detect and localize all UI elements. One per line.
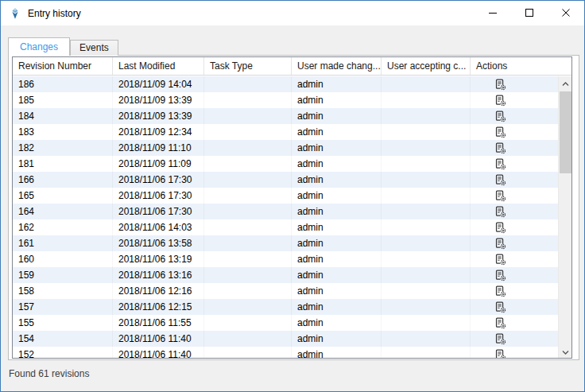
- cell-user-accepting-changes: [382, 76, 471, 92]
- cell-user-accepting-changes: [382, 267, 471, 283]
- revision-settings-icon[interactable]: [494, 316, 506, 329]
- column-header-task-type[interactable]: Task Type: [204, 57, 292, 75]
- table-row[interactable]: 159 2018/11/06 13:16 admin: [13, 267, 558, 283]
- revision-settings-icon[interactable]: [494, 253, 506, 266]
- maximize-button[interactable]: [511, 1, 548, 25]
- cell-actions: [471, 188, 558, 204]
- column-header-last-modified[interactable]: Last Modified: [113, 57, 204, 75]
- chevron-up-icon: [562, 78, 569, 89]
- revision-settings-icon[interactable]: [494, 110, 506, 122]
- cell-task-type: [204, 124, 292, 140]
- column-header-revision-number[interactable]: Revision Number: [13, 57, 113, 75]
- cell-user-made-changes: admin: [292, 331, 382, 347]
- table-row[interactable]: 164 2018/11/06 17:30 admin: [13, 204, 558, 219]
- table-row[interactable]: 165 2018/11/06 17:30 admin: [13, 188, 558, 204]
- revision-settings-icon[interactable]: [494, 157, 506, 170]
- cell-last-modified: 2018/11/06 13:16: [113, 267, 204, 283]
- cell-actions: [471, 235, 558, 251]
- cell-last-modified: 2018/11/06 11:55: [113, 315, 204, 331]
- revision-settings-icon[interactable]: [494, 189, 506, 202]
- cell-user-made-changes: admin: [292, 140, 382, 156]
- cell-user-accepting-changes: [382, 235, 471, 251]
- revision-settings-icon[interactable]: [494, 348, 506, 358]
- chevron-down-icon: [562, 346, 569, 357]
- cell-user-made-changes: admin: [292, 188, 382, 204]
- table-row[interactable]: 161 2018/11/06 13:58 admin: [13, 235, 558, 251]
- cell-task-type: [204, 76, 292, 92]
- revision-settings-icon[interactable]: [494, 142, 506, 154]
- cell-task-type: [204, 172, 292, 188]
- entry-history-window: Entry history Changes Events: [0, 0, 585, 392]
- cell-revision-number: 159: [13, 267, 113, 283]
- cell-user-made-changes: admin: [292, 315, 382, 331]
- table-row[interactable]: 160 2018/11/06 13:19 admin: [13, 251, 558, 267]
- table-row[interactable]: 157 2018/11/06 12:15 admin: [13, 299, 558, 315]
- minimize-icon: [489, 9, 498, 17]
- table-row[interactable]: 152 2018/11/06 11:40 admin: [13, 347, 558, 358]
- cell-last-modified: 2018/11/09 13:39: [113, 108, 204, 124]
- column-header-actions[interactable]: Actions: [471, 57, 571, 75]
- revision-settings-icon[interactable]: [494, 94, 506, 107]
- vertical-scrollbar[interactable]: [558, 76, 571, 358]
- table-row[interactable]: 182 2018/11/09 11:10 admin: [13, 140, 558, 156]
- cell-user-accepting-changes: [382, 315, 471, 331]
- table-row[interactable]: 155 2018/11/06 11:55 admin: [13, 315, 558, 331]
- cell-revision-number: 161: [13, 235, 113, 251]
- minimize-button[interactable]: [475, 1, 511, 25]
- cell-task-type: [204, 219, 292, 235]
- tab-events[interactable]: Events: [70, 40, 118, 56]
- cell-revision-number: 181: [13, 156, 113, 172]
- revision-settings-icon[interactable]: [494, 332, 506, 345]
- close-icon: [562, 9, 571, 17]
- table-row[interactable]: 184 2018/11/09 13:39 admin: [13, 108, 558, 124]
- table-row[interactable]: 158 2018/11/06 12:16 admin: [13, 283, 558, 299]
- cell-actions: [471, 76, 558, 92]
- cell-user-made-changes: admin: [292, 76, 382, 92]
- cell-user-accepting-changes: [382, 283, 471, 299]
- cell-actions: [471, 140, 558, 156]
- table-row[interactable]: 154 2018/11/06 11:40 admin: [13, 331, 558, 347]
- scroll-up-button[interactable]: [559, 76, 571, 90]
- cell-actions: [471, 204, 558, 219]
- table-row[interactable]: 166 2018/11/06 17:30 admin: [13, 172, 558, 188]
- cell-user-made-changes: admin: [292, 235, 382, 251]
- column-header-user-made-changes[interactable]: User made chang...: [292, 57, 382, 75]
- revision-settings-icon[interactable]: [494, 173, 506, 186]
- cell-user-made-changes: admin: [292, 283, 382, 299]
- cell-revision-number: 183: [13, 124, 113, 140]
- scrollbar-thumb[interactable]: [560, 91, 571, 173]
- table-row[interactable]: 186 2018/11/09 14:04 admin: [13, 76, 558, 92]
- revision-settings-icon[interactable]: [494, 126, 506, 138]
- revision-settings-icon[interactable]: [494, 221, 506, 234]
- table-row[interactable]: 162 2018/11/06 14:03 admin: [13, 219, 558, 235]
- cell-revision-number: 166: [13, 172, 113, 188]
- table-row[interactable]: 183 2018/11/09 12:34 admin: [13, 124, 558, 140]
- table-body: 186 2018/11/09 14:04 admin 185 2018/11/0…: [13, 76, 558, 358]
- cell-user-accepting-changes: [382, 204, 471, 219]
- revision-settings-icon[interactable]: [494, 205, 506, 218]
- revision-settings-icon[interactable]: [494, 285, 506, 297]
- revision-settings-icon[interactable]: [494, 269, 506, 281]
- tab-strip: Changes Events: [8, 37, 118, 56]
- revision-settings-icon[interactable]: [494, 78, 506, 91]
- table-row[interactable]: 185 2018/11/09 13:39 admin: [13, 92, 558, 108]
- scroll-down-button[interactable]: [559, 344, 571, 358]
- revision-settings-icon[interactable]: [494, 301, 506, 313]
- cell-revision-number: 182: [13, 140, 113, 156]
- close-button[interactable]: [548, 1, 584, 25]
- cell-task-type: [204, 156, 292, 172]
- cell-revision-number: 165: [13, 188, 113, 204]
- cell-last-modified: 2018/11/06 13:19: [113, 251, 204, 267]
- cell-last-modified: 2018/11/06 17:30: [113, 204, 204, 219]
- revision-settings-icon[interactable]: [494, 237, 506, 250]
- tab-changes[interactable]: Changes: [8, 37, 70, 56]
- changes-tab-panel: Revision Number Last Modified Task Type …: [8, 55, 579, 360]
- column-header-user-accepting-changes[interactable]: User accepting c...: [382, 57, 471, 75]
- cell-user-made-changes: admin: [292, 299, 382, 315]
- cell-revision-number: 162: [13, 219, 113, 235]
- table-row[interactable]: 181 2018/11/09 11:09 admin: [13, 156, 558, 172]
- status-text: Found 61 revisions: [9, 368, 89, 379]
- cell-user-made-changes: admin: [292, 347, 382, 358]
- cell-task-type: [204, 188, 292, 204]
- cell-user-made-changes: admin: [292, 156, 382, 172]
